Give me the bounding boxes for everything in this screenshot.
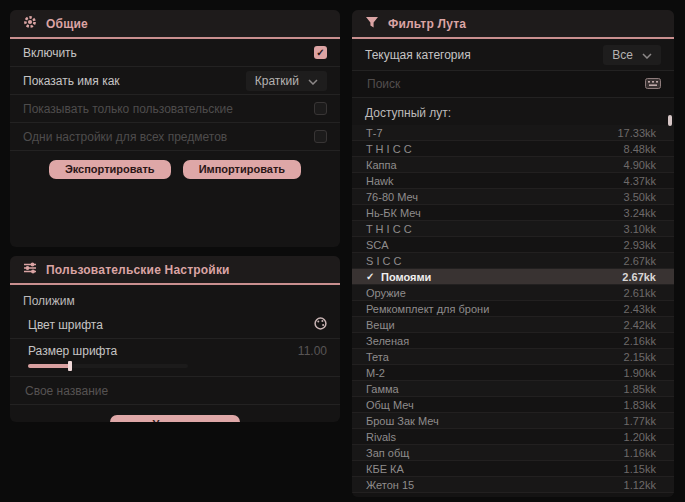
show-name-dropdown-value: Краткий: [255, 74, 299, 88]
loot-item-name: Зап общ: [366, 447, 409, 459]
loot-item-value: 4.37kk: [624, 175, 656, 187]
loot-item-name: Т-7: [366, 127, 383, 139]
custom-name-input[interactable]: [23, 383, 327, 399]
loot-row[interactable]: М-2 1.90kk: [352, 365, 674, 381]
loot-row[interactable]: Жетон 15 1.12kk: [352, 477, 674, 493]
custom-name-row: [10, 377, 340, 405]
font-size-label: Размер шрифта: [28, 344, 117, 358]
loot-item-name: Тета: [366, 351, 389, 363]
only-custom-checkbox[interactable]: [314, 102, 327, 115]
loot-row[interactable]: 76-80 Меч 3.50kk: [352, 189, 674, 205]
loot-row[interactable]: Гамма 1.85kk: [352, 381, 674, 397]
loot-item-name-wrap: Нь-БК Меч: [366, 207, 421, 219]
loot-item-name-wrap: Вещи: [366, 319, 395, 331]
loot-item-name: КБЕ КА: [366, 463, 404, 475]
enable-row: Включить ✓: [10, 39, 340, 67]
font-size-head: Размер шрифта 11.00: [28, 344, 327, 358]
loot-row[interactable]: S I C C 2.67kk: [352, 253, 674, 269]
loot-item-name: Ремкомплект для брони: [366, 303, 489, 315]
loot-item-name: Hawk: [366, 175, 394, 187]
loot-row[interactable]: Hawk 4.37kk: [352, 173, 674, 189]
loot-row[interactable]: КБЕ КА 1.15kk: [352, 461, 674, 477]
loot-item-name: 76-80 Меч: [366, 191, 418, 203]
loot-item-name: Помоями: [381, 271, 431, 283]
loot-row[interactable]: SCA 2.93kk: [352, 237, 674, 253]
settings-layout: Общие Включить ✓ Показать имя как Кратки…: [10, 10, 674, 497]
loot-item-value: 1.16kk: [624, 447, 656, 459]
loot-row[interactable]: T H I C C 8.48kk: [352, 141, 674, 157]
loot-item-value: 2.42kk: [624, 319, 656, 331]
loot-row[interactable]: Нь-БК Меч 3.24kk: [352, 205, 674, 221]
loot-item-value: 3.24kk: [624, 207, 656, 219]
only-custom-label: Показывать только пользовательские: [23, 102, 233, 116]
loot-item-name-wrap: Зап общ: [366, 447, 409, 459]
slider-handle[interactable]: [68, 361, 72, 371]
show-name-row: Показать имя как Краткий: [10, 67, 340, 95]
font-size-slider[interactable]: [28, 364, 188, 368]
loot-row[interactable]: Оружие 2.61kk: [352, 285, 674, 301]
loot-item-name: Вещи: [366, 319, 395, 331]
show-name-dropdown[interactable]: Краткий: [246, 71, 327, 91]
loot-row[interactable]: Брош Зак Меч 1.77kk: [352, 413, 674, 429]
loot-item-name: Общ Меч: [366, 399, 414, 411]
loot-row[interactable]: Зеленая 2.16kk: [352, 333, 674, 349]
loot-item-name-wrap: ✓ Помоями: [366, 271, 431, 283]
export-button[interactable]: Экспортировать: [49, 160, 171, 179]
loot-item-name: Оружие: [366, 287, 406, 299]
palette-icon[interactable]: [314, 317, 327, 333]
chevron-down-icon: [308, 74, 318, 88]
loot-item-name-wrap: T H I C C: [366, 223, 412, 235]
loot-row[interactable]: Ремкомплект для брони 2.43kk: [352, 301, 674, 317]
loot-item-name-wrap: КБЕ КА: [366, 463, 404, 475]
right-column: Фильтр Лута Текущая категория Все: [352, 10, 674, 497]
loot-item-value: 8.48kk: [624, 143, 656, 155]
loot-item-name-wrap: 76-80 Меч: [366, 191, 418, 203]
loot-row[interactable]: Каппа 4.90kk: [352, 157, 674, 173]
loot-item-value: 17.33kk: [617, 127, 656, 139]
loot-item-name: T H I C C: [366, 143, 412, 155]
same-settings-row: Одни настройки для всех предметов: [10, 123, 340, 151]
loot-row[interactable]: Тета 2.15kk: [352, 349, 674, 365]
loot-item-value: 2.67kk: [622, 271, 656, 283]
loot-row[interactable]: Хлам 1.11kk: [352, 493, 674, 497]
loot-row[interactable]: Зап общ 1.16kk: [352, 445, 674, 461]
enable-checkbox[interactable]: ✓: [314, 46, 327, 59]
search-row: [352, 71, 674, 98]
same-settings-checkbox[interactable]: [314, 130, 327, 143]
loot-row[interactable]: T H I C C 3.10kk: [352, 221, 674, 237]
import-button[interactable]: Импортировать: [183, 160, 301, 179]
loot-item-value: 2.93kk: [624, 239, 656, 251]
loot-item-name: Гамма: [366, 383, 399, 395]
loot-row[interactable]: ✓ Помоями 2.67kk: [352, 269, 674, 285]
available-loot-label: Доступный лут:: [352, 98, 674, 125]
keyboard-icon[interactable]: [645, 75, 661, 93]
only-custom-row: Показывать только пользовательские: [10, 95, 340, 123]
chevron-down-icon: [642, 48, 652, 62]
category-dropdown[interactable]: Все: [603, 45, 661, 65]
loot-item-name-wrap: SCA: [366, 239, 389, 251]
search-input[interactable]: [365, 76, 609, 92]
loot-row[interactable]: Т-7 17.33kk: [352, 125, 674, 141]
sliders-icon: [23, 261, 37, 279]
loot-item-name-wrap: Hawk: [366, 175, 394, 187]
delete-button[interactable]: Удалить: [110, 415, 240, 422]
scrollbar-thumb[interactable]: [668, 115, 672, 126]
slider-fill: [28, 364, 70, 368]
loot-row[interactable]: Вещи 2.42kk: [352, 317, 674, 333]
loot-filter-panel: Фильтр Лута Текущая категория Все: [352, 10, 674, 497]
loot-item-name-wrap: Оружие: [366, 287, 406, 299]
enable-label: Включить: [23, 46, 77, 60]
loot-item-value: 1.83kk: [624, 399, 656, 411]
loot-item-value: 1.77kk: [624, 415, 656, 427]
loot-row[interactable]: Общ Меч 1.83kk: [352, 397, 674, 413]
loot-item-name: T H I C C: [366, 223, 412, 235]
loot-item-value: 1.15kk: [624, 463, 656, 475]
loot-item-value: 3.50kk: [624, 191, 656, 203]
loot-filter-panel-header: Фильтр Лута: [352, 10, 674, 39]
loot-item-name: SCA: [366, 239, 389, 251]
loot-row[interactable]: Rivals 1.20kk: [352, 429, 674, 445]
loot-item-name-wrap: М-2: [366, 367, 385, 379]
font-color-row: Цвет шрифта: [10, 312, 340, 339]
loot-item-name-wrap: Зеленая: [366, 335, 409, 347]
loot-item-name-wrap: Брош Зак Меч: [366, 415, 439, 427]
